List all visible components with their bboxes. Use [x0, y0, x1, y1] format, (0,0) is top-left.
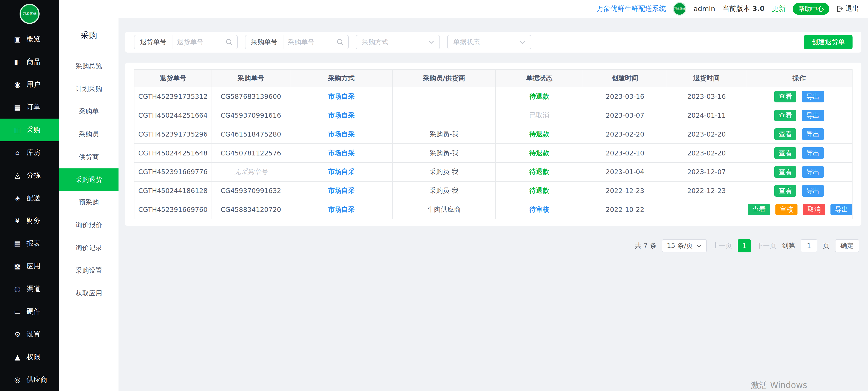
- export-button[interactable]: 导出: [802, 110, 824, 121]
- view-button[interactable]: 查看: [774, 128, 796, 140]
- avatar-logo-text: 万象优鲜: [674, 7, 685, 11]
- status-cell: 待退款: [495, 181, 583, 200]
- created-time-cell: 2023-03-07: [583, 106, 667, 125]
- prev-page-button[interactable]: 上一页: [712, 241, 732, 250]
- help-center-button[interactable]: 帮助中心: [793, 3, 829, 15]
- sidebar-item-warehouse[interactable]: ⌂ 库房: [0, 141, 59, 164]
- purchase-type-link[interactable]: 市场自采: [328, 149, 354, 157]
- purchase-type-link[interactable]: 市场自采: [328, 130, 354, 138]
- sidebar-item-hardware[interactable]: ▭ 硬件: [0, 300, 59, 323]
- view-button[interactable]: 查看: [748, 204, 770, 215]
- confirm-button[interactable]: 确定: [835, 239, 859, 252]
- sidebar-item-reports[interactable]: ▦ 报表: [0, 232, 59, 255]
- submenu-item-planned-purchase[interactable]: 计划采购: [59, 78, 118, 100]
- username[interactable]: admin: [693, 5, 715, 13]
- submenu-item-purchasers[interactable]: 采购员: [59, 123, 118, 146]
- sidebar-item-purchase[interactable]: ▥ 采购: [0, 119, 59, 141]
- export-button[interactable]: 导出: [802, 185, 824, 197]
- export-button[interactable]: 导出: [802, 91, 824, 102]
- purchase-type-select[interactable]: 采购方式: [356, 35, 440, 49]
- update-link[interactable]: 更新: [772, 4, 786, 13]
- submenu-item-get-app[interactable]: 获取应用: [59, 282, 118, 305]
- sidebar-item-orders[interactable]: ▤ 订单: [0, 96, 59, 119]
- submenu-item-purchase-settings[interactable]: 采购设置: [59, 259, 118, 282]
- audit-button[interactable]: 审核: [775, 204, 798, 215]
- submenu-item-purchase-orders[interactable]: 采购单: [59, 100, 118, 123]
- cancel-button[interactable]: 取消: [803, 204, 825, 215]
- created-time-cell: 2023-02-10: [583, 144, 667, 162]
- status-select[interactable]: 单据状态: [447, 35, 531, 49]
- export-button[interactable]: 导出: [802, 147, 824, 159]
- export-button[interactable]: 导出: [802, 128, 824, 140]
- supplier-cell: 采购员-我: [393, 162, 495, 181]
- sidebar-item-label: 配送: [27, 193, 40, 203]
- view-button[interactable]: 查看: [774, 147, 796, 159]
- view-button[interactable]: 查看: [774, 110, 796, 121]
- submenu-item-inquiry-records[interactable]: 询价记录: [59, 237, 118, 259]
- sidebar-item-channels[interactable]: ◍ 渠道: [0, 277, 59, 300]
- view-button[interactable]: 查看: [774, 166, 796, 178]
- create-return-button[interactable]: 创建退货单: [804, 35, 852, 49]
- purchase-no-cell: CG458834120720: [212, 200, 290, 219]
- user-avatar[interactable]: 万象优鲜: [673, 2, 686, 16]
- secondary-nav: 采购总览 计划采购 采购单 采购员: [59, 55, 118, 305]
- channels-icon: ◍: [13, 285, 22, 293]
- page-size-select[interactable]: 15 条/页: [662, 239, 707, 252]
- overview-icon: ▣: [13, 35, 22, 43]
- secondary-sidebar: 采购 采购总览 计划采购 采购单: [59, 18, 118, 391]
- sidebar-item-permissions[interactable]: ▲ 权限: [0, 346, 59, 368]
- purchase-type-link[interactable]: 市场自采: [328, 92, 354, 100]
- chevron-down-icon: [520, 40, 525, 44]
- view-button[interactable]: 查看: [774, 91, 796, 102]
- return-no-input[interactable]: [173, 38, 226, 46]
- search-icon[interactable]: [337, 38, 348, 46]
- sidebar-item-users[interactable]: ◉ 用户: [0, 73, 59, 96]
- submenu-item-inquiry-quote[interactable]: 询价报价: [59, 214, 118, 237]
- submenu-item-suppliers[interactable]: 供货商: [59, 146, 118, 169]
- next-page-button[interactable]: 下一页: [756, 241, 777, 250]
- status-text: 待审核: [529, 206, 549, 213]
- sidebar-item-sorting[interactable]: ◬ 分拣: [0, 164, 59, 187]
- sidebar-item-suppliers[interactable]: ◎ 供应商: [0, 368, 59, 391]
- page-number-1[interactable]: 1: [738, 239, 751, 252]
- view-button[interactable]: 查看: [774, 185, 796, 197]
- submenu-item-label: 采购设置: [75, 266, 102, 275]
- sidebar-item-goods[interactable]: ◧ 商品: [0, 50, 59, 73]
- logout-button[interactable]: 退出: [836, 4, 859, 13]
- table-body: CGTH452391735312 CG587683139600 市场自采: [134, 87, 852, 219]
- purchase-type-link[interactable]: 市场自采: [328, 111, 354, 119]
- submenu-item-purchase-overview[interactable]: 采购总览: [59, 55, 118, 78]
- sidebar-item-apps[interactable]: ▩ 应用: [0, 255, 59, 277]
- hardware-icon: ▭: [13, 307, 22, 316]
- return-no-cell: CGTH450244186128: [134, 181, 212, 200]
- page-size-value: 15 条/页: [667, 241, 693, 250]
- return-time-cell: 2023-02-20: [667, 144, 746, 162]
- search-icon[interactable]: [226, 38, 237, 46]
- sidebar-item-finance[interactable]: ¥ 财务: [0, 209, 59, 232]
- submenu-item-pre-purchase[interactable]: 预采购: [59, 191, 118, 214]
- activate-windows-watermark: 激活 Windows: [751, 380, 807, 391]
- submenu-item-purchase-returns[interactable]: 采购退货: [59, 169, 118, 191]
- purchase-type-link[interactable]: 市场自采: [328, 168, 354, 176]
- page-suffix-label: 页: [823, 241, 829, 250]
- goto-page-input[interactable]: [801, 239, 817, 252]
- sidebar-item-settings[interactable]: ⚙ 设置: [0, 323, 59, 346]
- sidebar-item-overview[interactable]: ▣ 概览: [0, 28, 59, 51]
- sorting-icon: ◬: [13, 171, 22, 179]
- app-logo[interactable]: 万象优鲜: [0, 0, 59, 28]
- version-info: 当前版本 3.0: [722, 4, 765, 13]
- export-button[interactable]: 导出: [831, 204, 852, 215]
- sidebar-item-label: 设置: [27, 330, 40, 339]
- sidebar-item-delivery[interactable]: ◈ 配送: [0, 187, 59, 209]
- purchase-type-link[interactable]: 市场自采: [328, 187, 354, 194]
- export-button[interactable]: 导出: [802, 166, 824, 178]
- table-header-cell: 单据状态: [495, 69, 583, 87]
- purchase-no-filter: 采购单号: [245, 35, 349, 49]
- system-title-link[interactable]: 万象优鲜生鲜配送系统: [597, 4, 666, 13]
- purchase-no-cell: CG587683139600: [212, 87, 290, 106]
- purchase-type-link[interactable]: 市场自采: [328, 206, 354, 213]
- sidebar-item-label: 应用: [27, 262, 40, 271]
- purchase-no-input[interactable]: [283, 38, 337, 46]
- total-count: 共 7 条: [634, 241, 656, 250]
- submenu-item-label: 计划采购: [75, 85, 102, 94]
